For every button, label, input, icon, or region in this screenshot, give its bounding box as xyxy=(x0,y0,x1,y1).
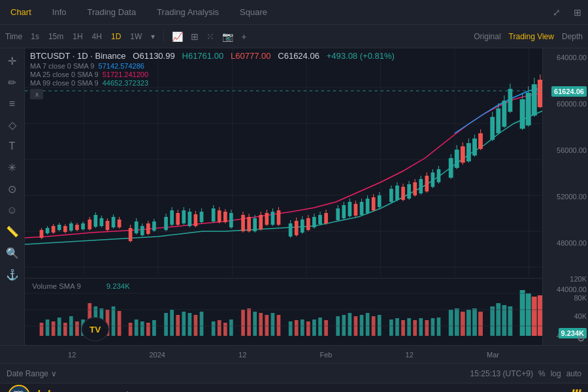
svg-rect-189 xyxy=(118,311,122,336)
main-area: ✛ ✏ ≡ ◇ T ✳ ⊙ ☺ 📏 🔍 ⚓ BTCUSDT · 1D · Bin… xyxy=(0,48,588,345)
svg-rect-194 xyxy=(152,320,156,336)
chart-area[interactable]: BTCUSDT · 1D · Binance O61130.99 H61761.… xyxy=(25,48,588,345)
svg-rect-191 xyxy=(135,319,139,336)
time-label-mar: Mar xyxy=(487,351,499,359)
time-label: Time xyxy=(5,32,22,41)
auto-btn[interactable]: auto xyxy=(566,369,581,378)
emoji-icon[interactable]: ☺ xyxy=(5,203,18,218)
price-56k: 56000.00 xyxy=(544,146,587,154)
high-price: H61761.00 xyxy=(182,51,224,61)
chart-settings-icon[interactable]: ⚙ xyxy=(577,333,585,344)
lines-icon[interactable]: ≡ xyxy=(8,97,16,111)
time-label-12a: 12 xyxy=(68,351,76,359)
collapse-button[interactable]: ∧ xyxy=(30,89,43,99)
nav-chart[interactable]: Chart xyxy=(7,5,35,20)
indicator-icon[interactable]: ⁙ xyxy=(204,29,217,44)
svg-rect-199 xyxy=(188,313,192,336)
svg-rect-205 xyxy=(229,319,233,336)
shape-icon[interactable]: ◇ xyxy=(7,118,18,133)
pattern-icon[interactable]: ⊙ xyxy=(7,182,18,197)
text-icon[interactable]: T xyxy=(8,139,17,154)
log-btn[interactable]: log xyxy=(551,369,561,378)
chart-info: BTCUSDT · 1D · Binance O61130.99 H61761.… xyxy=(30,51,395,99)
svg-rect-202 xyxy=(212,321,216,336)
nav-info[interactable]: Info xyxy=(48,5,71,20)
tf-1s[interactable]: 1s xyxy=(27,31,42,42)
svg-rect-209 xyxy=(259,313,263,336)
open-price: O61130.99 xyxy=(133,51,174,61)
line-chart-icon[interactable]: 📈 xyxy=(169,29,186,44)
measure-icon[interactable]: ✳ xyxy=(7,160,18,175)
vol-40k: 40K xyxy=(574,312,587,320)
price-axis: 64000.00 60000.00 56000.00 52000.00 4800… xyxy=(542,48,588,345)
svg-rect-234 xyxy=(425,320,429,336)
svg-rect-178 xyxy=(52,321,56,336)
toolbar: Time 1s 15m 1H 4H 1D 1W ▾ 📈 ⊞ ⁙ 📷 + Orig… xyxy=(0,25,588,48)
time-label-2024: 2024 xyxy=(149,351,165,359)
footer-logo-circle: 🛡 xyxy=(8,385,30,393)
svg-rect-210 xyxy=(265,315,269,336)
pair-label: BTCUSDT xyxy=(30,51,70,61)
zoom-icon[interactable]: 🔍 xyxy=(5,246,20,261)
nav-square[interactable]: Square xyxy=(236,5,271,20)
date-range-button[interactable]: Date Range ∨ xyxy=(7,369,57,378)
tf-dropdown[interactable]: ▾ xyxy=(148,31,158,42)
time-label-12b: 12 xyxy=(238,351,246,359)
svg-rect-243 xyxy=(490,306,495,336)
grid-icon[interactable]: ⊞ xyxy=(574,7,581,18)
screenshot-icon[interactable]: 📷 xyxy=(220,29,236,44)
ma99-value: 44652.372323 xyxy=(103,79,148,87)
svg-rect-233 xyxy=(419,318,423,336)
view-depth[interactable]: Depth xyxy=(562,32,583,41)
ma7-line: MA 7 close 0 SMA 9 57142.574286 xyxy=(30,62,395,70)
svg-rect-222 xyxy=(348,313,352,336)
tf-15m[interactable]: 15m xyxy=(45,31,67,42)
tf-1h[interactable]: 1H xyxy=(69,31,86,42)
anchor-icon[interactable]: ⚓ xyxy=(5,267,20,282)
svg-rect-248 xyxy=(526,293,531,336)
left-sidebar: ✛ ✏ ≡ ◇ T ✳ ⊙ ☺ 📏 🔍 ⚓ xyxy=(0,48,25,345)
expand-icon[interactable]: ⤢ xyxy=(553,7,561,18)
footer-slash-2: / xyxy=(47,388,51,392)
svg-text:TV: TV xyxy=(90,325,101,335)
pencil-icon[interactable]: ✏ xyxy=(7,75,18,90)
footer-logo-icon: 🛡 xyxy=(13,389,25,392)
view-tradingview[interactable]: Trading View xyxy=(509,32,554,41)
time-axis: 12 2024 12 Feb 12 Mar xyxy=(0,345,588,363)
svg-rect-200 xyxy=(194,315,198,336)
price-60k: 60000.00 xyxy=(544,100,587,108)
nav-trading-analysis[interactable]: Trading Analysis xyxy=(153,5,223,20)
svg-rect-179 xyxy=(57,318,61,336)
ruler-icon[interactable]: 📏 xyxy=(5,224,20,239)
ma99-line: MA 99 close 0 SMA 9 44652.372323 xyxy=(30,79,395,87)
svg-rect-213 xyxy=(289,321,293,336)
svg-rect-190 xyxy=(129,323,133,336)
top-nav: Chart Info Trading Data Trading Analysis… xyxy=(0,0,588,25)
svg-rect-203 xyxy=(218,320,221,336)
ma25-value: 51721.241200 xyxy=(103,71,148,78)
percent-btn[interactable]: % xyxy=(538,369,546,378)
svg-rect-215 xyxy=(301,319,304,336)
candle-icon[interactable]: ⊞ xyxy=(188,29,201,44)
crosshair-icon[interactable]: ✛ xyxy=(7,54,18,69)
close-price: C61624.06 xyxy=(278,51,319,61)
tf-1w[interactable]: 1W xyxy=(127,31,145,42)
exchange-value: Binance xyxy=(95,51,126,61)
time-label-12c: 12 xyxy=(406,351,414,359)
interval-label: · xyxy=(73,51,77,61)
svg-rect-231 xyxy=(407,318,411,336)
add-icon[interactable]: + xyxy=(238,29,249,44)
svg-rect-230 xyxy=(401,320,405,336)
svg-rect-249 xyxy=(532,297,537,336)
tf-1d[interactable]: 1D xyxy=(108,31,124,42)
svg-rect-214 xyxy=(295,320,299,336)
price-64k: 64000.00 xyxy=(544,54,587,61)
tf-4h[interactable]: 4H xyxy=(89,31,105,42)
nav-trading-data[interactable]: Trading Data xyxy=(83,5,140,20)
svg-rect-241 xyxy=(472,308,477,336)
svg-text:Volume SMA 9: Volume SMA 9 xyxy=(32,283,85,290)
svg-rect-192 xyxy=(140,321,144,336)
svg-rect-240 xyxy=(466,310,471,336)
svg-rect-193 xyxy=(146,323,150,336)
view-original[interactable]: Original xyxy=(474,32,500,41)
